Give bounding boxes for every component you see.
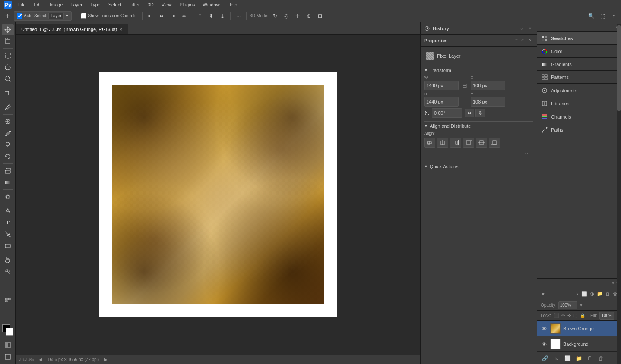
libraries-panel-item[interactable]: Libraries [537,97,621,110]
layer-add-icon[interactable]: 🗒 [605,292,610,297]
layer-mask-btn[interactable]: ⬜ [563,354,572,363]
menu-file[interactable]: File [15,1,29,8]
angle-input[interactable]: 0.00° [432,108,462,118]
brush-tool[interactable] [2,128,14,139]
properties-scrollbar[interactable] [617,24,621,364]
3d-slide-icon[interactable]: ⊕ [304,11,314,21]
align-right-icon[interactable]: ⇥ [168,11,177,21]
layer-eye-background[interactable] [541,341,548,348]
layer-link-icon[interactable]: fx [575,292,579,296]
paths-panel-item[interactable]: Paths [537,123,621,136]
move-tool[interactable] [2,24,14,35]
crop-tool[interactable] [2,88,14,99]
layer-link-btn[interactable]: 🔗 [541,354,549,363]
eyedropper-tool[interactable] [2,102,14,113]
zoom-tool[interactable] [2,266,14,277]
eraser-tool[interactable] [2,165,14,176]
adjustments-panel-item[interactable]: Adjustments [537,84,621,97]
layer-fx-btn[interactable]: fx [552,354,561,363]
align-bottom-icon[interactable]: ⤓ [218,11,227,21]
transform-header[interactable]: ▼ Transform [424,68,533,73]
flip-h-btn[interactable]: ⇔ [465,109,474,117]
menu-window[interactable]: Window [200,1,223,8]
3d-pan-icon[interactable]: ✛ [293,11,302,21]
lock-pixels-icon[interactable]: ⬛ [554,313,559,318]
rectangular-marquee-tool[interactable] [2,50,14,61]
align-center-h-icon[interactable]: ⬌ [157,11,166,21]
layer-delete-btn[interactable]: 🗑 [597,354,605,363]
3d-rotate-icon[interactable]: ↻ [270,11,280,21]
opacity-input[interactable]: 100% [558,301,577,309]
more-ellipsis-btn[interactable]: ··· [522,149,532,157]
align-left-icon[interactable]: ⇤ [146,11,155,21]
move-tool-indicator[interactable]: ✛ [3,11,12,21]
background-color[interactable] [6,328,13,336]
gradients-panel-item[interactable]: Gradients [537,58,621,71]
menu-layer[interactable]: Layer [67,1,86,8]
lock-all-icon[interactable]: 🔒 [580,313,585,318]
layer-dropdown-icon[interactable]: ▼ [65,14,69,18]
menu-edit[interactable]: Edit [30,1,45,8]
more-tools-btn[interactable]: ··· [2,280,14,292]
lock-position-icon[interactable]: ✏ [561,313,565,318]
opacity-dropdown[interactable]: ▼ [579,303,583,308]
text-tool[interactable]: T [2,217,14,228]
pen-tool[interactable] [2,205,14,217]
share-icon[interactable]: ↑ [609,11,618,21]
align-middle-v-icon[interactable]: ⬍ [206,11,216,21]
blur-tool[interactable] [2,191,14,202]
transform-checkbox[interactable] [81,13,86,19]
3d-scale-icon[interactable]: ⊞ [315,11,325,21]
w-input[interactable]: 1440 px [424,81,459,90]
screen-mode-btn[interactable] [2,351,14,362]
gradient-tool[interactable] [2,177,14,188]
swatches-header[interactable]: Swatches [537,32,621,45]
y-input[interactable]: 108 px [471,97,505,107]
history-close-btn[interactable]: × [527,25,533,31]
align-left-btn[interactable] [424,138,435,148]
menu-plugins[interactable]: Plugins [176,1,198,8]
color-panel-item[interactable]: Color [537,45,621,58]
layer-adjust-icon[interactable]: ◑ [590,291,594,297]
lock-artboard2-icon[interactable]: ⬚ [573,313,577,318]
tab-close-btn[interactable]: × [120,27,122,32]
canvas-container[interactable] [16,35,420,355]
h-input[interactable]: 1440 px [424,97,459,107]
nav-arrow-next[interactable]: ▶ [104,357,108,362]
properties-close-btn[interactable]: × [527,38,533,44]
workspace-icon[interactable]: ⬚ [598,11,607,21]
clone-stamp-tool[interactable] [2,139,14,151]
align-top-btn[interactable] [463,138,474,148]
lock-artboard-icon[interactable]: ✛ [567,313,571,318]
distribute-h-icon[interactable]: ⇔ [179,11,189,21]
properties-collapse-btn[interactable]: « [520,38,526,44]
layer-group-icon[interactable]: 📁 [597,291,603,297]
menu-type[interactable]: Type [87,1,104,8]
layer-filter-icon[interactable]: ▼ [541,292,545,297]
scrollbar-thumb[interactable] [617,25,621,111]
align-bottom-btn[interactable] [489,138,500,148]
healing-brush-tool[interactable] [2,116,14,127]
align-header[interactable]: ▼ Align and Distribute [424,123,533,129]
link-constraint-icon[interactable]: ⊟ [460,82,469,89]
more-options-icon[interactable]: ··· [234,11,243,21]
flip-v-btn[interactable]: ⇕ [475,109,485,117]
layer-group-btn[interactable]: 📁 [574,354,583,363]
align-top-icon[interactable]: ⤒ [195,11,205,21]
path-select-tool[interactable] [2,229,14,240]
shape-tool[interactable] [2,240,14,251]
channels-panel-item[interactable]: Channels [537,110,621,123]
nav-arrow-prev[interactable]: ◀ [39,357,42,362]
align-middle-btn[interactable] [476,138,487,148]
layers-collapse-btn[interactable]: « [612,281,615,286]
menu-filter[interactable]: Filter [126,1,143,8]
align-center-btn[interactable] [437,138,448,148]
properties-menu-icon[interactable]: ≡ [515,38,518,44]
quick-mask-btn[interactable] [2,339,14,351]
layer-item-background[interactable]: Background [537,336,621,352]
patterns-panel-item[interactable]: Patterns [537,71,621,84]
layer-select[interactable]: Layer [48,13,63,19]
auto-select-checkbox[interactable] [17,13,22,19]
quick-actions-header[interactable]: ▼ Quick Actions [424,164,533,169]
edit-toolbar-btn[interactable] [2,295,14,306]
